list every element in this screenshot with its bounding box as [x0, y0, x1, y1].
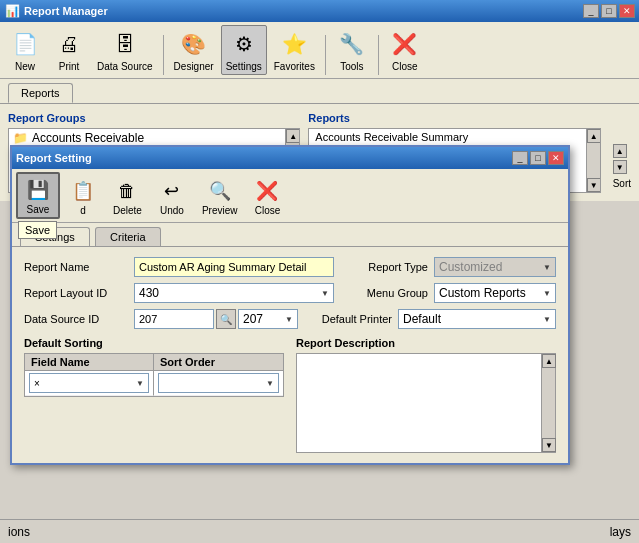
- report-description-box[interactable]: ▲ ▼: [296, 353, 556, 453]
- tab-reports[interactable]: Reports: [8, 83, 73, 103]
- dialog-copy-icon: 📋: [69, 177, 97, 205]
- dialog-save-icon: 💾: [24, 176, 52, 204]
- dialog-toolbar-close-tool[interactable]: ❌ Close: [246, 174, 288, 219]
- report-description-section: Report Description ▲ ▼: [296, 337, 556, 453]
- reports-scroll-track: [587, 143, 600, 178]
- sort-controls: ▲ ▼ Sort: [609, 112, 631, 193]
- reports-scroll-up[interactable]: ▲: [587, 129, 601, 143]
- toolbar-designer[interactable]: 🎨 Designer: [169, 25, 219, 75]
- field-name-select[interactable]: × ▼: [29, 373, 149, 393]
- group-scroll-up[interactable]: ▲: [286, 129, 300, 143]
- dialog-minimize[interactable]: _: [512, 151, 528, 165]
- toolbar-separator-1: [163, 35, 164, 75]
- group-ar-icon: 📁: [13, 131, 28, 145]
- report-type-select[interactable]: Customized ▼: [434, 257, 556, 277]
- dialog-undo-icon: ↩: [158, 177, 186, 205]
- toolbar-designer-label: Designer: [174, 61, 214, 72]
- field-name-arrow: ▼: [136, 379, 144, 388]
- dialog-undo-label: Undo: [160, 205, 184, 216]
- data-source-input[interactable]: [134, 309, 214, 329]
- status-days: lays: [610, 525, 631, 539]
- desc-scroll-up[interactable]: ▲: [542, 354, 556, 368]
- toolbar-new-label: New: [15, 61, 35, 72]
- data-source-select[interactable]: 207 ▼: [238, 309, 298, 329]
- sort-order-arrow: ▼: [266, 379, 274, 388]
- report-item-ar-summary[interactable]: Accounts Receivable Summary: [309, 129, 599, 145]
- menu-group-arrow: ▼: [543, 289, 551, 298]
- report-description-input[interactable]: [297, 354, 541, 452]
- default-printer-value: Default: [403, 312, 441, 326]
- close-button[interactable]: ✕: [619, 4, 635, 18]
- sort-up-button[interactable]: ▲: [613, 144, 627, 158]
- toolbar-print-label: Print: [59, 61, 80, 72]
- toolbar-new[interactable]: 📄 New: [4, 25, 46, 75]
- report-layout-value: 430: [139, 286, 159, 300]
- dialog-delete-icon: 🗑: [113, 177, 141, 205]
- toolbar-datasource[interactable]: 🗄 Data Source: [92, 25, 158, 75]
- form-row-datasource: Data Source ID 🔍 207 ▼ Default Printer D…: [24, 309, 556, 329]
- maximize-button[interactable]: □: [601, 4, 617, 18]
- dialog-toolbar: 💾 Save Save 📋 d 🗑 Delete ↩ Undo 🔍 Previe…: [12, 169, 568, 223]
- window-controls: _ □ ✕: [583, 4, 635, 18]
- report-description-title: Report Description: [296, 337, 556, 349]
- dialog-controls: _ □ ✕: [512, 151, 564, 165]
- dialog-title-bar: Report Setting _ □ ✕: [12, 147, 568, 169]
- data-source-row: 🔍 207 ▼: [134, 309, 298, 329]
- toolbar-print[interactable]: 🖨 Print: [48, 25, 90, 75]
- layout-arrow: ▼: [321, 289, 329, 298]
- minimize-button[interactable]: _: [583, 4, 599, 18]
- dialog-preview-tool[interactable]: 🔍 Preview: [195, 174, 245, 219]
- toolbar-separator-3: [378, 35, 379, 75]
- app-icon: 📊: [4, 3, 20, 19]
- report-name-control: [134, 257, 334, 277]
- dialog-preview-label: Preview: [202, 205, 238, 216]
- tools-icon: 🔧: [336, 28, 368, 60]
- save-tooltip: Save: [18, 221, 57, 239]
- desc-scroll-track: [542, 368, 555, 438]
- toolbar-settings-label: Settings: [226, 61, 262, 72]
- print-icon: 🖨: [53, 28, 85, 60]
- status-bar: ions lays: [0, 519, 639, 543]
- report-name-label: Report Name: [24, 261, 134, 273]
- toolbar-close-icon: ❌: [389, 28, 421, 60]
- toolbar-close[interactable]: ❌ Close: [384, 25, 426, 75]
- menu-group-select[interactable]: Custom Reports ▼: [434, 283, 556, 303]
- sort-down-button[interactable]: ▼: [613, 160, 627, 174]
- data-source-value: 207: [243, 312, 263, 326]
- desc-scroll-down[interactable]: ▼: [542, 438, 556, 452]
- reports-scroll-down[interactable]: ▼: [587, 178, 601, 192]
- reports-scrollbar: ▲ ▼: [586, 129, 600, 192]
- default-printer-select[interactable]: Default ▼: [398, 309, 556, 329]
- data-source-search-btn[interactable]: 🔍: [216, 309, 236, 329]
- main-tab-bar: Reports: [0, 79, 639, 104]
- default-sorting-title: Default Sorting: [24, 337, 284, 349]
- report-type-arrow: ▼: [543, 263, 551, 272]
- dialog-save-tool[interactable]: 💾 Save Save: [16, 172, 60, 219]
- dialog-undo-tool[interactable]: ↩ Undo: [151, 174, 193, 219]
- dialog-delete-tool[interactable]: 🗑 Delete: [106, 174, 149, 219]
- desc-scrollbar: ▲ ▼: [541, 354, 555, 452]
- report-name-input[interactable]: [134, 257, 334, 277]
- report-layout-select[interactable]: 430 ▼: [134, 283, 334, 303]
- dialog-toolbar-close-label: Close: [255, 205, 281, 216]
- toolbar-settings[interactable]: ⚙ Settings: [221, 25, 267, 75]
- report-type-label: Report Type: [334, 261, 434, 273]
- report-setting-dialog: Report Setting _ □ ✕ 💾 Save Save 📋 d 🗑 D…: [10, 145, 570, 465]
- toolbar-close-label: Close: [392, 61, 418, 72]
- field-name-header: Field Name: [25, 354, 154, 371]
- toolbar-separator-2: [325, 35, 326, 75]
- dialog-close[interactable]: ✕: [548, 151, 564, 165]
- form-row-layout: Report Layout ID 430 ▼ Menu Group Custom…: [24, 283, 556, 303]
- toolbar-favorites[interactable]: ⭐ Favorites: [269, 25, 320, 75]
- dialog-maximize[interactable]: □: [530, 151, 546, 165]
- toolbar-favorites-label: Favorites: [274, 61, 315, 72]
- sort-label: Sort: [613, 178, 631, 189]
- dialog-copy-tool[interactable]: 📋 d: [62, 174, 104, 219]
- sorting-grid: Field Name Sort Order × ▼: [24, 353, 284, 397]
- sort-order-select[interactable]: ▼: [158, 373, 279, 393]
- new-icon: 📄: [9, 28, 41, 60]
- sorting-field-cell: × ▼: [25, 371, 154, 396]
- tab-criteria[interactable]: Criteria: [95, 227, 160, 246]
- bottom-section: Default Sorting Field Name Sort Order × …: [24, 337, 556, 453]
- toolbar-tools[interactable]: 🔧 Tools: [331, 25, 373, 75]
